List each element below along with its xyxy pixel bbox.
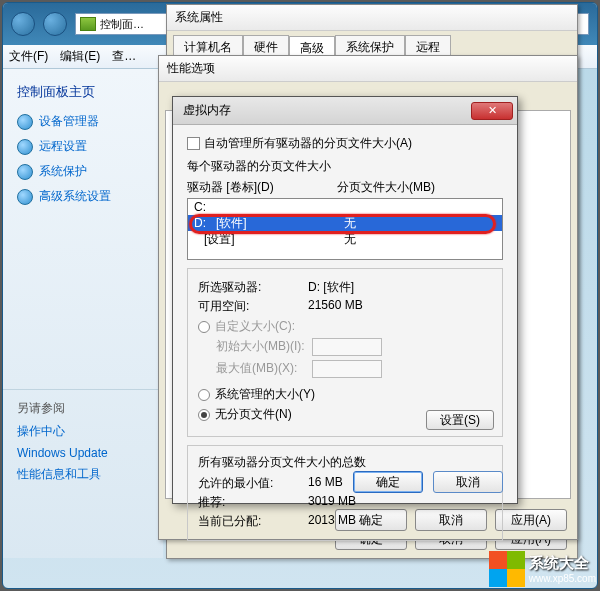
shield-icon [17,114,33,130]
auto-manage-checkbox[interactable] [187,137,200,150]
max-size-label: 最大值(MB)(X): [198,360,308,378]
drive-size: 无 [344,231,356,248]
shield-icon [17,139,33,155]
sidebar-item-label: 设备管理器 [39,113,99,130]
drive-label: [软件] [216,216,247,230]
sidebar: 控制面板主页 设备管理器 远程设置 系统保护 高级系统设置 另请参阅 操作中心 … [3,69,163,558]
sidebar-item-label: 高级系统设置 [39,188,111,205]
sidebar-item-remote[interactable]: 远程设置 [17,138,163,155]
tab-hardware[interactable]: 硬件 [243,35,289,57]
selected-drive-group: 所选驱动器:D: [软件] 可用空间:21560 MB 自定义大小(C): 初始… [187,268,503,437]
tab-remote[interactable]: 远程 [405,35,451,57]
menu-file[interactable]: 文件(F) [9,48,48,65]
sidebar-title: 控制面板主页 [17,83,163,101]
sysprops-title: 系统属性 [167,5,577,31]
link-action-center[interactable]: 操作中心 [17,423,163,440]
auto-manage-label: 自动管理所有驱动器的分页文件大小(A) [204,135,412,152]
close-button[interactable]: ✕ [471,102,513,120]
system-managed-label: 系统管理的大小(Y) [215,386,315,403]
no-paging-radio[interactable] [198,409,210,421]
free-space-value: 21560 MB [308,298,363,315]
watermark: 系统大全 www.xp85.com [489,551,596,587]
no-paging-label: 无分页文件(N) [215,406,292,423]
drive-row-selected[interactable]: D: [软件] 无 [188,215,502,231]
ok-button[interactable]: 确定 [353,471,423,493]
auto-manage-row[interactable]: 自动管理所有驱动器的分页文件大小(A) [187,135,503,152]
menu-edit[interactable]: 编辑(E) [60,48,100,65]
free-space-label: 可用空间: [198,298,308,315]
col-size: 分页文件大小(MB) [337,179,435,196]
close-icon: ✕ [488,104,497,117]
selected-drive-value: D: [软件] [308,279,354,296]
sidebar-item-advanced[interactable]: 高级系统设置 [17,188,163,205]
menu-view[interactable]: 查… [112,48,136,65]
totals-group: 所有驱动器分页文件大小的总数 允许的最小值:16 MB 推荐:3019 MB 当… [187,445,503,541]
set-button[interactable]: 设置(S) [426,410,494,430]
perfopts-title: 性能选项 [159,56,577,82]
windows-logo-icon [489,551,525,587]
custom-size-label: 自定义大小(C): [215,318,295,335]
forward-button[interactable] [43,12,67,36]
breadcrumb: 控制面… [100,17,144,32]
vmem-titlebar: 虚拟内存 ✕ [173,97,517,125]
virtual-memory-dialog: 虚拟内存 ✕ 自动管理所有驱动器的分页文件大小(A) 每个驱动器的分页文件大小 … [172,96,518,504]
vmem-buttons: 确定 取消 [353,471,503,493]
shield-icon [17,189,33,205]
vmem-title: 虚拟内存 [183,102,231,119]
selected-drive-label: 所选驱动器: [198,279,308,296]
drive-columns: 驱动器 [卷标](D) 分页文件大小(MB) [187,179,503,196]
col-drive: 驱动器 [卷标](D) [187,179,337,196]
drive-label: [设置] [204,232,235,246]
system-managed-row[interactable]: 系统管理的大小(Y) [198,386,492,403]
sidebar-item-protection[interactable]: 系统保护 [17,163,163,180]
custom-size-radio[interactable] [198,321,210,333]
min-allowed-label: 允许的最小值: [198,475,308,492]
drive-letter: C: [194,200,206,214]
max-size-input[interactable] [312,360,382,378]
cancel-button[interactable]: 取消 [433,471,503,493]
initial-size-label: 初始大小(MB)(I): [198,338,308,356]
link-performance-info[interactable]: 性能信息和工具 [17,466,163,483]
current-value: 2013 MB [308,513,356,530]
recommended-value: 3019 MB [308,494,356,511]
link-windows-update[interactable]: Windows Update [17,446,163,460]
sidebar-item-device-manager[interactable]: 设备管理器 [17,113,163,130]
custom-size-row[interactable]: 自定义大小(C): [198,318,492,335]
tab-computer-name[interactable]: 计算机名 [173,35,243,57]
control-panel-icon [80,17,96,31]
each-drive-label: 每个驱动器的分页文件大小 [187,158,503,175]
seealso-title: 另请参阅 [17,400,163,417]
drive-row[interactable]: [设置] 无 [188,231,502,247]
watermark-brand: 系统大全 [529,554,596,573]
drive-size: 无 [344,215,356,232]
shield-icon [17,164,33,180]
watermark-url: www.xp85.com [529,573,596,584]
drive-row[interactable]: C: [188,199,502,215]
min-allowed-value: 16 MB [308,475,343,492]
recommended-label: 推荐: [198,494,308,511]
system-managed-radio[interactable] [198,389,210,401]
back-button[interactable] [11,12,35,36]
tab-system-protection[interactable]: 系统保护 [335,35,405,57]
drive-list[interactable]: C: D: [软件] 无 [设置] 无 [187,198,503,260]
sysprops-tabs: 计算机名 硬件 高级 系统保护 远程 [167,31,577,57]
sidebar-item-label: 系统保护 [39,163,87,180]
initial-size-input[interactable] [312,338,382,356]
drive-letter: D: [194,216,206,230]
current-label: 当前已分配: [198,513,308,530]
sidebar-item-label: 远程设置 [39,138,87,155]
totals-title: 所有驱动器分页文件大小的总数 [198,454,492,471]
